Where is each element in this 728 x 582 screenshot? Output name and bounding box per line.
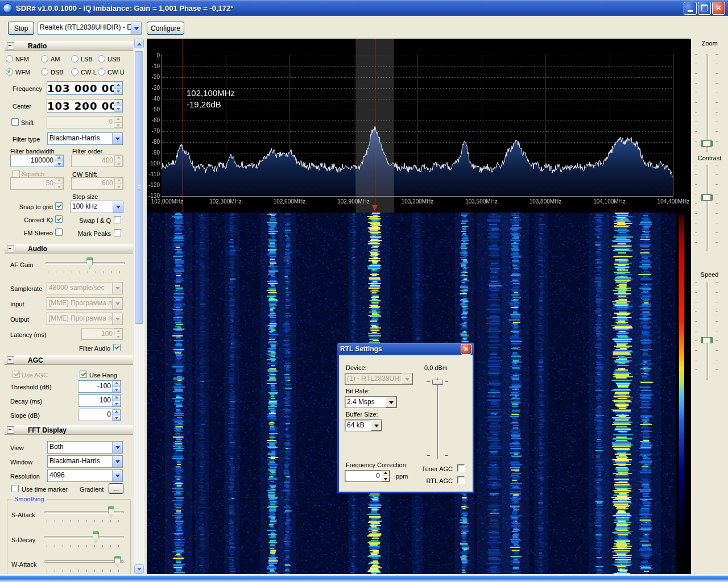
- contrast-slider-thumb[interactable]: [701, 194, 713, 201]
- gradient-button[interactable]: ...: [109, 483, 123, 494]
- close-button[interactable]: [712, 2, 725, 15]
- slope-stepper[interactable]: [112, 409, 121, 421]
- mode-dsb-radio[interactable]: [41, 68, 48, 76]
- fft-spectrum-display[interactable]: [147, 39, 691, 213]
- filter-bandwidth-label: Filter bandwidth: [10, 148, 55, 155]
- window-titlebar[interactable]: SDR# v1.0.0.1000 - IQ Imbalance: Gain = …: [0, 0, 728, 16]
- threshold-field[interactable]: -100: [78, 380, 121, 393]
- collapse-icon[interactable]: [7, 356, 14, 364]
- frequency-stepper[interactable]: [114, 82, 122, 94]
- filter-bandwidth-field[interactable]: 180000: [10, 155, 64, 167]
- scrollbar-thumb[interactable]: [135, 51, 143, 324]
- time-marker-checkbox[interactable]: [11, 485, 19, 492]
- contrast-slider-track[interactable]: [706, 165, 708, 251]
- mode-usb-radio[interactable]: [98, 55, 105, 63]
- minimize-button[interactable]: [684, 2, 697, 15]
- zoom-slider-thumb[interactable]: [701, 140, 713, 147]
- s-decay-slider-track[interactable]: [44, 536, 124, 538]
- audio-section-header[interactable]: Audio: [5, 244, 133, 253]
- bit-rate-select[interactable]: 2.4 Msps: [345, 396, 397, 408]
- view-select[interactable]: Both: [47, 441, 123, 454]
- speed-slider-thumb[interactable]: [701, 337, 713, 343]
- filter-type-select[interactable]: Blackman-Harris: [47, 132, 123, 145]
- decay-field[interactable]: 100: [78, 394, 121, 407]
- speed-slider-label: Speed: [691, 271, 728, 278]
- zoom-slider-track[interactable]: [706, 54, 708, 152]
- mode-cw-u-radio[interactable]: [98, 68, 105, 76]
- w-attack-slider-track[interactable]: [44, 560, 124, 563]
- use-hang-checkbox[interactable]: [80, 371, 87, 378]
- dialog-close-button[interactable]: [461, 344, 471, 355]
- chevron-down-icon[interactable]: [131, 22, 141, 34]
- threshold-value[interactable]: -100: [78, 381, 112, 392]
- chevron-down-icon[interactable]: [112, 133, 122, 144]
- scroll-up-icon[interactable]: [134, 39, 144, 48]
- fft-spectrum-panel[interactable]: 102,100MHz -19,26dB 0-10-20-30-40-50-60-…: [147, 39, 691, 213]
- chevron-down-icon[interactable]: [113, 201, 123, 213]
- filter-bandwidth-value[interactable]: 180000: [11, 155, 55, 167]
- mode-cw-l-radio[interactable]: [71, 68, 78, 76]
- frequency-label: Frequency: [13, 85, 42, 92]
- mode-am-radio[interactable]: [41, 55, 48, 63]
- dialog-titlebar[interactable]: RTL Settings: [337, 343, 474, 355]
- freq-correction-value[interactable]: 0: [345, 471, 382, 481]
- freq-correction-stepper[interactable]: [382, 471, 390, 481]
- restore-button[interactable]: [698, 2, 711, 15]
- mode-lsb-radio[interactable]: [71, 55, 78, 63]
- mark-peaks-checkbox[interactable]: [114, 229, 121, 236]
- center-field[interactable]: 103 200 000: [47, 99, 123, 113]
- threshold-stepper[interactable]: [112, 381, 121, 392]
- freq-correction-field[interactable]: 0: [345, 470, 390, 482]
- tuner-agc-checkbox[interactable]: [457, 464, 465, 472]
- collapse-icon[interactable]: [7, 245, 14, 252]
- chevron-down-icon[interactable]: [112, 470, 122, 481]
- ppm-label: ppm: [396, 473, 408, 480]
- agc-section-header[interactable]: AGC: [5, 355, 133, 365]
- chevron-down-icon[interactable]: [112, 442, 122, 453]
- scroll-down-icon[interactable]: [134, 564, 144, 574]
- collapse-icon[interactable]: [7, 426, 14, 434]
- chevron-down-icon[interactable]: [112, 456, 122, 467]
- stop-button[interactable]: Stop: [8, 22, 34, 35]
- radio-section-header[interactable]: Radio: [5, 41, 133, 51]
- fft-section-header[interactable]: FFT Display: [5, 425, 133, 435]
- chevron-down-icon[interactable]: [386, 397, 396, 408]
- panel-scrollbar[interactable]: [134, 39, 144, 574]
- buffer-size-select[interactable]: 64 kB: [345, 419, 382, 431]
- chevron-down-icon[interactable]: [371, 420, 382, 431]
- decay-value[interactable]: 100: [78, 395, 112, 406]
- af-gain-slider-thumb[interactable]: [86, 257, 93, 269]
- bit-rate-label: Bit Rate:: [346, 388, 370, 394]
- filter-bandwidth-stepper[interactable]: [55, 155, 63, 167]
- center-stepper[interactable]: [114, 99, 122, 112]
- output-label: Output: [10, 316, 29, 323]
- rtl-agc-checkbox[interactable]: [457, 476, 465, 484]
- snap-to-grid-checkbox[interactable]: [55, 202, 63, 210]
- chevron-down-icon: [112, 298, 122, 309]
- decay-stepper[interactable]: [112, 395, 121, 406]
- configure-button[interactable]: Configure: [147, 22, 184, 35]
- swap-iq-checkbox[interactable]: [114, 216, 121, 223]
- fm-stereo-checkbox[interactable]: [55, 228, 63, 236]
- window-select[interactable]: Blackman-Harris: [47, 455, 123, 468]
- speed-slider-track[interactable]: [706, 282, 708, 380]
- display-area: 102,100MHz -19,26dB 0-10-20-30-40-50-60-…: [147, 39, 691, 574]
- rf-gain-slider-thumb[interactable]: [432, 380, 443, 385]
- rf-gain-slider-track[interactable]: [437, 378, 438, 459]
- slope-value[interactable]: 0: [78, 409, 112, 421]
- slope-field[interactable]: 0: [78, 409, 121, 421]
- step-size-select[interactable]: 100 kHz: [70, 201, 123, 213]
- filter-audio-checkbox[interactable]: [113, 344, 121, 351]
- af-gain-slider-track[interactable]: [46, 262, 125, 264]
- center-value[interactable]: 103 200 000: [47, 99, 114, 112]
- collapse-icon[interactable]: [7, 42, 14, 49]
- frequency-field[interactable]: 103 000 000: [47, 81, 123, 95]
- time-marker-label: Use time marker: [22, 486, 68, 493]
- shift-checkbox[interactable]: [11, 118, 19, 126]
- mode-nfm-radio[interactable]: [6, 55, 13, 63]
- device-select[interactable]: Realtek (RTL2838UHIDIR) - ExtII: [38, 22, 142, 35]
- mode-wfm-radio[interactable]: [6, 68, 13, 76]
- resolution-select[interactable]: 4096: [47, 469, 123, 482]
- correct-iq-checkbox[interactable]: [55, 215, 63, 223]
- frequency-value[interactable]: 103 000 000: [47, 82, 114, 94]
